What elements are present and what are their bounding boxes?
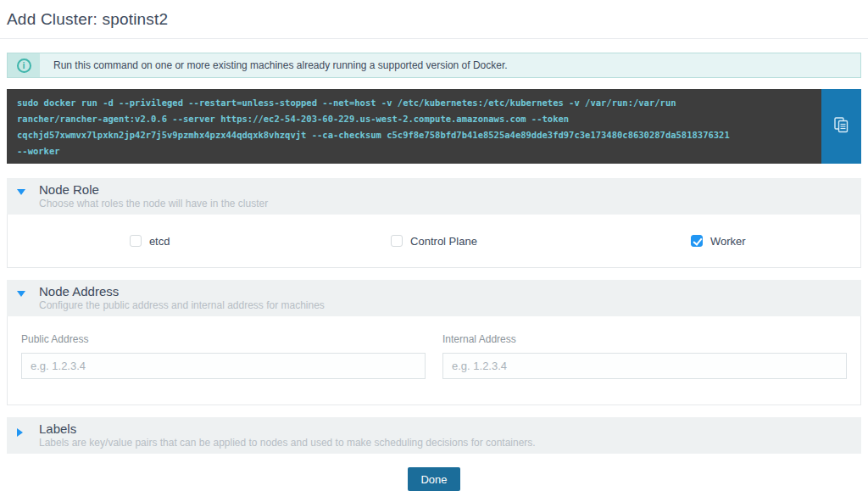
labels-section: Labels Labels are key/value pairs that c… (7, 417, 861, 454)
node-role-section-header[interactable]: Node Role Choose what roles the node wil… (7, 178, 861, 215)
node-role-subtitle: Choose what roles the node will have in … (39, 198, 268, 210)
docker-command-text: sudo docker run -d --privileged --restar… (7, 89, 861, 164)
info-banner: i Run this command on one or more existi… (7, 53, 861, 78)
labels-title: Labels (39, 421, 536, 437)
node-role-title: Node Role (39, 181, 268, 198)
info-banner-icon-cell: i (8, 53, 40, 77)
public-address-input[interactable] (21, 353, 426, 379)
done-button[interactable]: Done (408, 467, 459, 491)
node-address-subtitle: Configure the public address and interna… (39, 299, 325, 312)
node-role-body: etcd Control Plane Worker (7, 215, 861, 268)
role-option-control-plane[interactable]: Control Plane (292, 235, 576, 248)
expand-chevron-right-icon[interactable] (17, 421, 39, 437)
node-address-section-header[interactable]: Node Address Configure the public addres… (7, 280, 861, 316)
labels-subtitle: Labels are key/value pairs that can be a… (39, 437, 536, 449)
node-role-section: Node Role Choose what roles the node wil… (7, 178, 861, 268)
worker-label: Worker (710, 235, 746, 248)
collapse-chevron-down-icon[interactable] (17, 283, 39, 297)
internal-address-field-group: Internal Address (442, 333, 847, 379)
role-option-etcd[interactable]: etcd (8, 235, 292, 248)
clipboard-icon (834, 117, 849, 136)
info-circle-icon: i (17, 59, 31, 73)
page-title: Add Cluster: spotinst2 (7, 0, 861, 29)
title-divider (0, 38, 868, 39)
control-plane-label: Control Plane (410, 235, 477, 248)
internal-address-label: Internal Address (442, 333, 847, 346)
copy-command-button[interactable] (821, 89, 861, 164)
worker-checkbox[interactable] (691, 235, 703, 247)
node-address-title: Node Address (39, 283, 325, 299)
public-address-label: Public Address (21, 333, 426, 346)
etcd-checkbox[interactable] (130, 235, 142, 247)
footer: Done (7, 467, 861, 491)
add-cluster-page: Add Cluster: spotinst2 i Run this comman… (0, 0, 868, 491)
docker-command-block: sudo docker run -d --privileged --restar… (7, 89, 861, 164)
internal-address-input[interactable] (442, 353, 847, 379)
node-address-section: Node Address Configure the public addres… (7, 280, 861, 405)
info-banner-text: Run this command on one or more existing… (40, 53, 508, 77)
collapse-chevron-down-icon[interactable] (17, 181, 39, 195)
labels-section-header[interactable]: Labels Labels are key/value pairs that c… (7, 417, 861, 454)
control-plane-checkbox[interactable] (391, 235, 403, 247)
public-address-field-group: Public Address (21, 333, 426, 379)
etcd-label: etcd (149, 235, 170, 248)
role-option-worker[interactable]: Worker (576, 235, 860, 248)
node-address-body: Public Address Internal Address (7, 316, 861, 405)
role-options-row: etcd Control Plane Worker (8, 215, 860, 267)
